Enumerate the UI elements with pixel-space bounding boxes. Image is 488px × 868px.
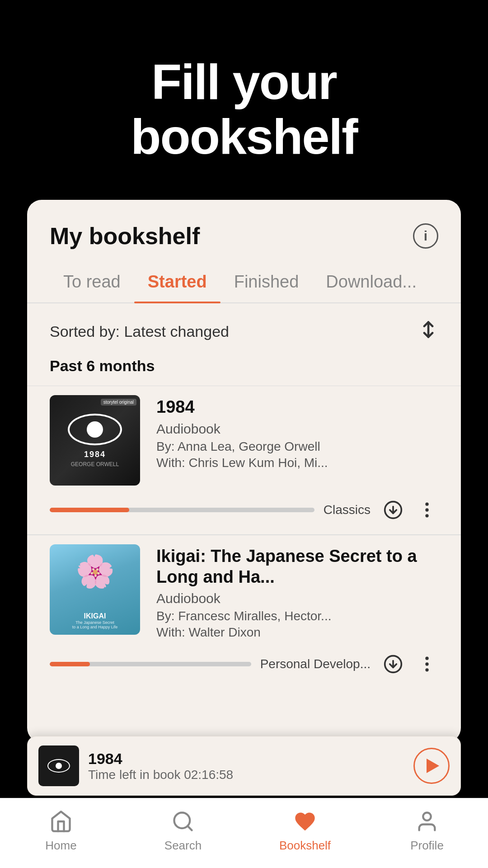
tab-downloads[interactable]: Download... xyxy=(312,263,430,302)
np-eye-icon xyxy=(47,759,70,773)
section-label: Past 6 months xyxy=(27,353,461,386)
book-info-1984: 1984 Audiobook By: Anna Lea, George Orwe… xyxy=(156,395,438,470)
play-icon xyxy=(427,759,439,773)
genre-label: Classics xyxy=(324,503,371,517)
play-button[interactable] xyxy=(413,748,450,784)
svg-point-3 xyxy=(425,503,428,506)
svg-line-12 xyxy=(188,826,192,830)
now-playing-cover xyxy=(38,745,79,786)
now-playing-info: 1984 Time left in book 02:16:58 xyxy=(88,750,404,782)
cover-author: GEORGE ORWELL xyxy=(71,461,119,467)
bookshelf-label: Bookshelf xyxy=(279,839,331,853)
book-title: Ikigai: The Japanese Secret to a Long an… xyxy=(156,546,438,587)
progress-bar-1984 xyxy=(50,508,314,512)
np-time: Time left in book 02:16:58 xyxy=(88,768,404,782)
cover-title: 1984 xyxy=(84,450,106,459)
more-button-1984[interactable] xyxy=(416,496,438,524)
search-icon xyxy=(171,810,195,835)
now-playing-bar: 1984 Time left in book 02:16:58 xyxy=(27,736,461,796)
card-title: My bookshelf xyxy=(50,222,200,250)
svg-point-10 xyxy=(425,668,428,671)
tab-started[interactable]: Started xyxy=(134,263,221,302)
book-row: 🌸 IKIGAI The Japanese Secretto a Long an… xyxy=(50,544,438,640)
nav-item-search[interactable]: Search xyxy=(122,810,244,853)
hero-section: Fill your bookshelf xyxy=(0,0,488,200)
progress-fill xyxy=(50,662,90,666)
book-cover-1984[interactable]: storytel original 1984 GEORGE ORWELL xyxy=(50,395,140,486)
book-footer-1984: Classics xyxy=(50,486,438,534)
svg-point-8 xyxy=(425,657,428,660)
book-narrator: With: Walter Dixon xyxy=(156,625,438,640)
book-type: Audiobook xyxy=(156,591,438,606)
svg-point-13 xyxy=(423,812,431,820)
book-cover-ikigai[interactable]: 🌸 IKIGAI The Japanese Secretto a Long an… xyxy=(50,544,140,635)
home-label: Home xyxy=(45,839,76,853)
book-author: By: Francesc Miralles, Hector... xyxy=(156,609,438,623)
book-item-1984: storytel original 1984 GEORGE ORWELL 198… xyxy=(27,386,461,534)
nav-item-profile[interactable]: Profile xyxy=(366,810,488,853)
progress-fill xyxy=(50,508,129,512)
book-row: storytel original 1984 GEORGE ORWELL 198… xyxy=(50,395,438,486)
search-label: Search xyxy=(164,839,202,853)
svg-point-4 xyxy=(425,508,428,511)
info-button[interactable]: i xyxy=(413,223,438,249)
book-footer-ikigai: Personal Develop... xyxy=(50,640,438,689)
tabs-container: To read Started Finished Download... xyxy=(27,263,461,303)
hero-title: Fill your bookshelf xyxy=(27,54,461,164)
download-button-ikigai[interactable] xyxy=(380,651,407,678)
book-author: By: Anna Lea, George Orwell xyxy=(156,439,438,454)
genre-label: Personal Develop... xyxy=(260,657,371,671)
eye-icon xyxy=(68,414,122,445)
more-button-ikigai[interactable] xyxy=(416,651,438,678)
svg-point-9 xyxy=(425,663,428,666)
bookshelf-icon xyxy=(293,810,317,835)
sort-bar: Sorted by: Latest changed xyxy=(27,303,461,353)
book-title: 1984 xyxy=(156,397,438,418)
profile-label: Profile xyxy=(410,839,444,853)
progress-bar-ikigai xyxy=(50,662,251,666)
book-item-ikigai: 🌸 IKIGAI The Japanese Secretto a Long an… xyxy=(27,535,461,689)
card-header: My bookshelf i xyxy=(27,200,461,263)
home-icon xyxy=(49,810,73,835)
book-info-ikigai: Ikigai: The Japanese Secret to a Long an… xyxy=(156,544,438,640)
tab-finished[interactable]: Finished xyxy=(221,263,313,302)
nav-item-home[interactable]: Home xyxy=(0,810,122,853)
nav-item-bookshelf[interactable]: Bookshelf xyxy=(244,810,366,853)
profile-icon xyxy=(415,810,439,835)
tab-to-read[interactable]: To read xyxy=(50,263,134,302)
sort-icon[interactable] xyxy=(418,320,438,344)
np-title: 1984 xyxy=(88,750,404,768)
sort-label: Sorted by: Latest changed xyxy=(50,323,229,340)
bottom-nav: Home Search Bookshelf Profile xyxy=(0,798,488,868)
download-button-1984[interactable] xyxy=(380,496,407,524)
svg-point-5 xyxy=(425,514,428,517)
book-narrator: With: Chris Lew Kum Hoi, Mi... xyxy=(156,456,438,470)
book-type: Audiobook xyxy=(156,421,438,437)
ikigai-decoration: 🌸 xyxy=(50,544,140,599)
bookshelf-card: My bookshelf i To read Started Finished … xyxy=(27,200,461,742)
